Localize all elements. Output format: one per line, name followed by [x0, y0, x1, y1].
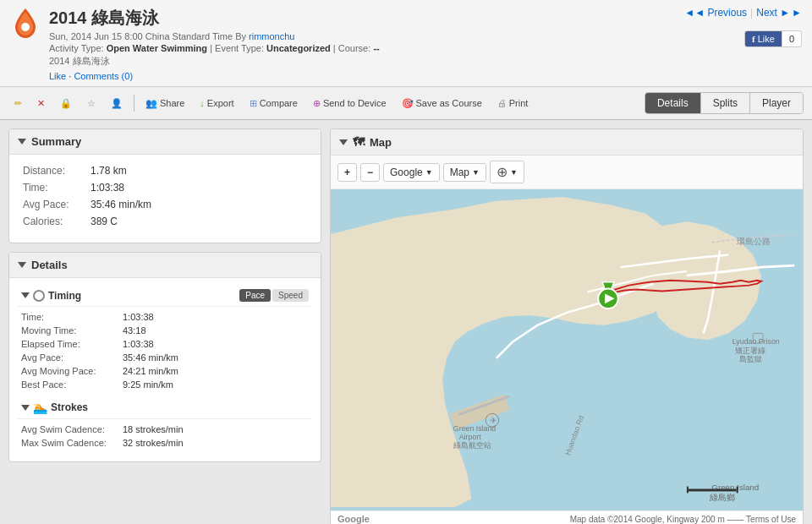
toolbar-separator-1	[134, 95, 134, 112]
like-link[interactable]: Like	[49, 71, 66, 81]
map-area[interactable]: ✈ Green Island 綠島鄉 環島公路 Green Island Air…	[331, 189, 803, 510]
toolbar: ✏ ✕ 🔒 ☆ 👤 👥 Share ↓ Export ⊞ Compare ⊕ S…	[0, 87, 812, 120]
chevron-left-icon: ◄	[684, 7, 694, 19]
moving-time-value: 43:18	[123, 325, 146, 336]
layers-chevron-icon: ▼	[510, 168, 518, 177]
previous-link[interactable]: ◄ ◄ Previous	[684, 7, 747, 19]
avg-cadence-value: 18 strokes/min	[123, 424, 184, 434]
summary-time: 1:03:38	[91, 182, 124, 194]
export-button[interactable]: ↓ Export	[194, 94, 239, 112]
header-subtitle: 2014 綠島海泳	[49, 55, 380, 68]
google-chevron-icon: ▼	[425, 168, 433, 177]
map-collapse-icon	[339, 139, 348, 145]
pace-button[interactable]: Pace	[239, 289, 271, 302]
next-link[interactable]: Next ► ►	[756, 7, 802, 19]
print-button[interactable]: 🖨 Print	[491, 94, 535, 112]
details-header[interactable]: Details	[9, 253, 321, 278]
svg-rect-21	[687, 487, 689, 494]
summary-panel: Summary Distance: 1.78 km Time: 1:03:38 …	[8, 128, 321, 243]
moving-time-row: Moving Time: 43:18	[18, 325, 312, 336]
delete-button[interactable]: ✕	[31, 94, 51, 113]
timing-section: Timing Pace Speed Time: 1:03:38 Moving T…	[18, 285, 312, 390]
event-type: Uncategorized	[266, 43, 331, 53]
timing-collapse-icon	[21, 292, 30, 298]
map-attribution: Map data ©2014 Google, Kingway 200 m —— …	[570, 515, 796, 524]
delete-icon: ✕	[37, 98, 45, 109]
fb-like-count: 0	[782, 31, 801, 46]
elapsed-time-row: Elapsed Time: 1:03:38	[18, 339, 312, 349]
activity-type: Open Water Swimming	[107, 43, 207, 53]
best-pace-row: Best Pace: 9:25 min/km	[18, 379, 312, 390]
lock-icon: 🔒	[60, 98, 72, 109]
details-content: Timing Pace Speed Time: 1:03:38 Moving T…	[9, 278, 321, 461]
edit-button[interactable]: ✏	[8, 94, 28, 113]
svg-point-0	[21, 23, 30, 31]
summary-pace-row: Avg Pace: 35:46 min/km	[23, 199, 307, 210]
strokes-header-left: 🏊 Strokes	[21, 401, 309, 414]
svg-text:Green Island: Green Island	[453, 424, 496, 433]
best-pace-value: 9:25 min/km	[123, 379, 173, 390]
send-icon: ⊕	[313, 98, 321, 109]
fb-like-button[interactable]: f Like	[745, 31, 782, 46]
author-link[interactable]: rimmonchu	[249, 31, 294, 41]
zoom-out-button[interactable]: −	[360, 163, 380, 182]
tab-player[interactable]: Player	[750, 93, 803, 113]
google-dropdown[interactable]: Google ▼	[383, 163, 440, 182]
person-button[interactable]: 👤	[105, 94, 129, 113]
strokes-header: 🏊 Strokes	[18, 396, 312, 419]
lock-button[interactable]: 🔒	[54, 94, 78, 113]
person-icon: 👤	[111, 98, 123, 109]
header-actions: ◄ ◄ Previous | Next ► ► f Like 0	[684, 7, 802, 47]
avg-pace-value: 35:46 min/km	[123, 352, 178, 363]
map-type-dropdown[interactable]: Map ▼	[443, 163, 486, 182]
strokes-section: 🏊 Strokes Avg Swim Cadence: 18 strokes/m…	[18, 396, 312, 448]
svg-text:島監獄: 島監獄	[739, 355, 762, 363]
summary-avg-pace: 35:46 min/km	[91, 199, 151, 210]
google-logo: Google	[337, 514, 370, 524]
summary-distance: 1.78 km	[91, 165, 127, 177]
svg-rect-20	[687, 489, 737, 491]
map-header[interactable]: 🗺 Map	[331, 129, 803, 156]
map-svg: ✈ Green Island 綠島鄉 環島公路 Green Island Air…	[331, 189, 803, 510]
clock-icon	[33, 290, 45, 302]
print-icon: 🖨	[497, 98, 507, 108]
comments-link[interactable]: Comments (0)	[74, 71, 133, 81]
avg-moving-pace-value: 24:21 min/km	[123, 366, 178, 376]
svg-text:綠島鄉: 綠島鄉	[709, 493, 735, 502]
send-to-device-button[interactable]: ⊕ Send to Device	[307, 94, 392, 113]
zoom-in-button[interactable]: +	[337, 163, 357, 182]
export-icon: ↓	[200, 98, 205, 108]
max-cadence-row: Max Swim Cadence: 32 strokes/min	[18, 438, 312, 448]
main-tabs: Details Splits Player	[645, 92, 804, 114]
map-panel: 🗺 Map + − Google ▼ Map ▼ ⊕ ▼	[330, 128, 804, 524]
layers-icon: ⊕	[497, 164, 508, 180]
compare-icon: ⊞	[250, 98, 257, 109]
share-button[interactable]: 👥 Share	[140, 94, 190, 113]
layers-dropdown[interactable]: ⊕ ▼	[490, 161, 524, 183]
timing-header: Timing Pace Speed	[18, 285, 312, 307]
speed-button[interactable]: Speed	[272, 289, 309, 302]
tab-splits[interactable]: Splits	[701, 93, 750, 113]
star-button[interactable]: ☆	[81, 94, 102, 113]
details-collapse-icon	[18, 262, 26, 268]
tab-details[interactable]: Details	[645, 93, 701, 113]
save-as-course-button[interactable]: 🎯 Save as Course	[396, 94, 488, 113]
timing-header-left: Timing	[21, 290, 234, 302]
pace-speed-buttons: Pace Speed	[239, 289, 309, 302]
activity-icon	[10, 7, 41, 44]
summary-calories-row: Calories: 389 C	[23, 216, 307, 227]
max-cadence-value: 32 strokes/min	[123, 438, 184, 448]
like-comments: Like · Comments (0)	[49, 71, 380, 81]
summary-content: Distance: 1.78 km Time: 1:03:38 Avg Pace…	[9, 155, 321, 243]
compare-button[interactable]: ⊞ Compare	[244, 94, 304, 113]
map-toolbar: + − Google ▼ Map ▼ ⊕ ▼	[331, 156, 803, 189]
svg-rect-22	[737, 487, 738, 494]
summary-header[interactable]: Summary	[9, 129, 321, 155]
time-row: Time: 1:03:38	[18, 312, 312, 322]
activity-title: 2014 綠島海泳	[49, 7, 380, 30]
time-value: 1:03:38	[123, 312, 154, 322]
strokes-collapse-icon	[21, 405, 30, 411]
svg-text:綠島航空站: 綠島航空站	[453, 441, 491, 450]
summary-time-row: Time: 1:03:38	[23, 182, 307, 194]
fb-like-widget: f Like 0	[744, 30, 802, 47]
